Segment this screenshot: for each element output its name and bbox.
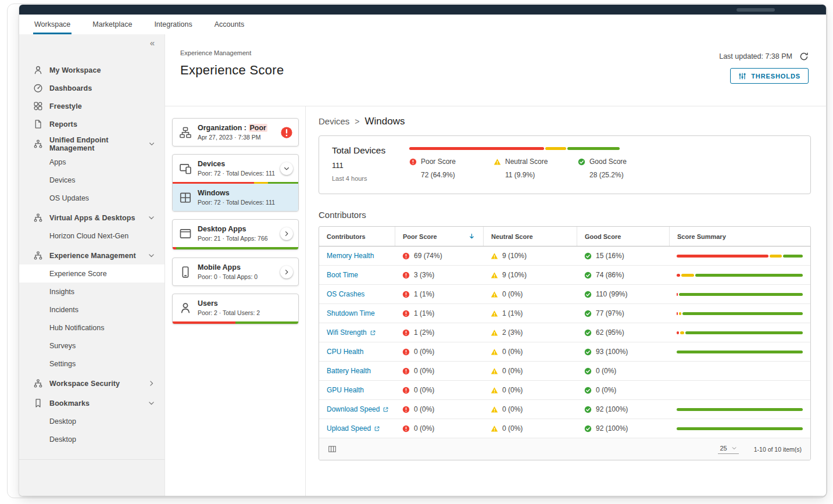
sidebar-item-unified-endpoint-management[interactable]: Unified Endpoint Management bbox=[19, 135, 165, 153]
scorecard-devices[interactable]: DevicesPoor: 72 · Total Devices: 111 bbox=[173, 155, 298, 182]
tab-workspace[interactable]: Workspace bbox=[34, 15, 70, 34]
neutral-score-cell: 0 (0%) bbox=[483, 290, 577, 298]
contributor-link[interactable]: Upload Speed bbox=[319, 424, 395, 432]
org-card-title: Organization : Poor bbox=[198, 124, 274, 132]
contributor-link[interactable]: OS Crashes bbox=[319, 290, 395, 298]
organization-icon bbox=[179, 126, 192, 139]
good-status-icon bbox=[584, 252, 592, 260]
last-updated-text: Last updated: 7:38 PM bbox=[719, 52, 792, 60]
windows-icon bbox=[179, 191, 192, 204]
column-header-good-score[interactable]: Good Score bbox=[577, 227, 669, 246]
good-score-cell: 92 (100%) bbox=[577, 424, 669, 432]
external-link-icon bbox=[382, 406, 389, 413]
sidebar-item-bookmarks[interactable]: Bookmarks bbox=[19, 394, 165, 412]
card-expand-button[interactable] bbox=[280, 227, 293, 240]
tab-marketplace[interactable]: Marketplace bbox=[92, 15, 132, 34]
legend-label: Neutral Score bbox=[505, 158, 548, 166]
sidebar-item-settings[interactable]: Settings bbox=[19, 355, 165, 373]
contributor-row-download-speed: Download Speed0 (0%)0 (0%)92 (100%) bbox=[319, 400, 810, 419]
page-size-select[interactable]: 25 bbox=[718, 445, 738, 454]
contributor-link[interactable]: CPU Health bbox=[319, 348, 395, 356]
sidebar-item-workspace-security[interactable]: Workspace Security bbox=[19, 374, 165, 392]
sidebar-item-dashboards[interactable]: Dashboards bbox=[19, 79, 165, 97]
chevron-right-icon bbox=[283, 269, 290, 276]
sidebar-item-desktop[interactable]: Desktop bbox=[19, 412, 165, 430]
primary-nav: WorkspaceMarketplaceIntegrationsAccounts bbox=[19, 15, 826, 34]
card-expand-button[interactable] bbox=[280, 162, 293, 175]
sidebar-collapse-button[interactable]: « bbox=[150, 38, 155, 47]
contributor-link[interactable]: Memory Health bbox=[319, 252, 395, 260]
column-picker-icon[interactable] bbox=[328, 445, 337, 453]
tab-accounts[interactable]: Accounts bbox=[214, 15, 244, 34]
total-devices-card: Total Devices 111 Last 4 hours Poor Scor… bbox=[319, 135, 811, 194]
score-summary-bar bbox=[677, 312, 803, 315]
contributor-link[interactable]: Wifi Strength bbox=[319, 328, 395, 337]
refresh-icon[interactable] bbox=[799, 52, 809, 61]
good-status-icon bbox=[584, 348, 592, 356]
sidebar-item-os-updates[interactable]: OS Updates bbox=[19, 189, 165, 207]
neutral-score-cell: 0 (0%) bbox=[483, 386, 577, 394]
column-header-contributors[interactable]: Contributors bbox=[319, 227, 395, 246]
breadcrumb-devices-link[interactable]: Devices bbox=[319, 116, 349, 126]
scorecard-organization[interactable]: Organization : PoorApr 27, 2023 · 7:38 P… bbox=[172, 118, 299, 146]
scorecard-windows[interactable]: WindowsPoor: 72 · Total Devices: 111 bbox=[173, 184, 298, 211]
detail-breadcrumb: Devices > Windows bbox=[319, 116, 811, 127]
sidebar-item-freestyle[interactable]: Freestyle bbox=[19, 97, 165, 115]
sidebar-item-desktop[interactable]: Desktop bbox=[19, 430, 165, 448]
sidebar-divider bbox=[19, 459, 165, 460]
contributor-link[interactable]: GPU Health bbox=[319, 386, 395, 394]
scorecard-desktop-apps[interactable]: Desktop AppsPoor: 21 · Total Apps: 766 bbox=[173, 220, 298, 247]
person-icon bbox=[33, 65, 43, 75]
poor-score-cell: 1 (1%) bbox=[395, 309, 483, 317]
sort-descending-icon[interactable] bbox=[468, 233, 476, 240]
blocks-icon bbox=[33, 101, 43, 111]
sidebar-item-label: Horizon Cloud Next-Gen bbox=[49, 232, 128, 240]
sidebar-item-experience-management[interactable]: Experience Management bbox=[19, 246, 165, 264]
column-header-neutral-score[interactable]: Neutral Score bbox=[483, 227, 577, 246]
contributor-link[interactable]: Shutdown Time bbox=[319, 309, 395, 317]
contributor-link[interactable]: Download Speed bbox=[319, 405, 395, 413]
sidebar-item-apps[interactable]: Apps bbox=[19, 153, 165, 171]
sliders-icon bbox=[738, 72, 746, 80]
neutral-status-icon bbox=[491, 425, 498, 432]
scorecard-users[interactable]: UsersPoor: 2 · Total Users: 2 bbox=[173, 294, 298, 321]
sidebar-item-horizon-cloud-next-gen[interactable]: Horizon Cloud Next-Gen bbox=[19, 227, 165, 245]
sidebar-item-surveys[interactable]: Surveys bbox=[19, 337, 165, 355]
sidebar-item-my-workspace[interactable]: My Workspace bbox=[19, 61, 165, 79]
good-status-icon bbox=[584, 367, 592, 375]
browser-topbar bbox=[19, 5, 826, 15]
chevron-right-icon bbox=[148, 380, 155, 387]
contributor-link[interactable]: Boot Time bbox=[319, 271, 395, 279]
summary-score-bar bbox=[409, 147, 620, 150]
table-header: ContributorsPoor ScoreNeutral ScoreGood … bbox=[319, 227, 810, 246]
poor-score-cell: 0 (0%) bbox=[395, 424, 483, 432]
sidebar-item-devices[interactable]: Devices bbox=[19, 171, 165, 189]
scorecard-users-wrap: UsersPoor: 2 · Total Users: 2 bbox=[172, 294, 299, 324]
score-summary-bar bbox=[677, 274, 803, 277]
thresholds-button[interactable]: THRESHOLDS bbox=[730, 68, 809, 84]
sidebar-item-label: Surveys bbox=[49, 342, 76, 350]
table-body: Memory Health69 (74%)9 (10%)15 (16%)Boot… bbox=[319, 246, 810, 438]
contributor-link[interactable]: Battery Health bbox=[319, 367, 395, 375]
sidebar-item-label: Freestyle bbox=[49, 102, 82, 110]
sidebar-item-hub-notifications[interactable]: Hub Notifications bbox=[19, 319, 165, 337]
breadcrumb: Experience Management bbox=[180, 49, 284, 56]
sidebar-item-insights[interactable]: Insights bbox=[19, 283, 165, 301]
pagination: 25 1-10 of 10 item(s) bbox=[718, 445, 802, 454]
card-expand-button[interactable] bbox=[280, 266, 293, 278]
good-status-icon bbox=[584, 271, 592, 279]
sidebar-item-incidents[interactable]: Incidents bbox=[19, 301, 165, 319]
sidebar-item-experience-score[interactable]: Experience Score bbox=[19, 264, 165, 283]
legend-neutral-score: Neutral Score11 (9.9%) bbox=[494, 158, 578, 179]
score-cards-panel: Organization : PoorApr 27, 2023 · 7:38 P… bbox=[165, 106, 306, 496]
scorecard-mobile-apps[interactable]: Mobile AppsPoor: 0 · Total Apps: 0 bbox=[173, 258, 298, 285]
sidebar-item-reports[interactable]: Reports bbox=[19, 115, 165, 133]
neutral-score-cell: 0 (0%) bbox=[483, 405, 577, 413]
breadcrumb-current: Windows bbox=[365, 116, 405, 127]
sidebar-item-virtual-apps-desktops[interactable]: Virtual Apps & Desktops bbox=[19, 209, 165, 227]
tab-integrations[interactable]: Integrations bbox=[154, 15, 192, 34]
column-header-score-summary[interactable]: Score Summary bbox=[669, 227, 810, 246]
contributor-row-memory-health: Memory Health69 (74%)9 (10%)15 (16%) bbox=[319, 246, 810, 266]
pagination-range: 1-10 of 10 item(s) bbox=[754, 446, 802, 453]
column-header-poor-score[interactable]: Poor Score bbox=[395, 227, 483, 246]
